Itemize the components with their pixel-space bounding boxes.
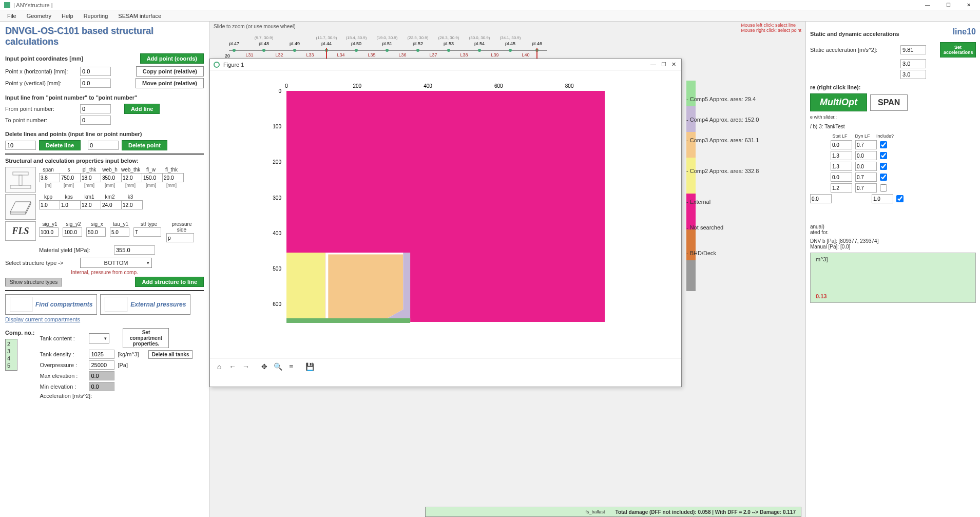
maximize-button[interactable]: ☐ <box>941 1 955 10</box>
svg-point-14 <box>355 49 358 52</box>
legend-item: - BHD/Deck <box>686 250 799 256</box>
right-panel: Static and dynamic accelerations line10 … <box>805 22 980 517</box>
delete-line-input[interactable] <box>5 141 36 150</box>
legend-item: - Comp3 Approx. area: 631.1 <box>686 137 799 143</box>
menu-sesam[interactable]: SESAM interface <box>114 12 165 20</box>
chart-legend: - Comp5 Approx. area: 29.4- Comp4 Approx… <box>686 91 799 266</box>
configure-icon[interactable]: ≡ <box>285 360 297 373</box>
svg-text:pt.50: pt.50 <box>351 41 361 46</box>
svg-text:L31: L31 <box>245 52 253 58</box>
fig-close[interactable]: ✕ <box>671 61 676 68</box>
prop-span[interactable] <box>39 173 61 182</box>
zoom-icon[interactable]: 🔍 <box>272 360 284 373</box>
geometry-ruler[interactable]: pt.47pt.48(9.7, 30.9)pt.49pt.44(11.7, 30… <box>219 30 801 61</box>
svg-text:800: 800 <box>565 83 574 89</box>
multiopt-button[interactable]: MultiOpt <box>810 93 867 111</box>
y-label: Point y (vertical) [mm]: <box>5 80 77 86</box>
prop-km2[interactable] <box>101 200 122 209</box>
prop-web_thk[interactable] <box>121 173 143 182</box>
svg-text:L38: L38 <box>460 52 468 58</box>
back-icon[interactable]: ← <box>226 360 239 373</box>
figure-titlebar[interactable]: Figure 1 — ☐ ✕ <box>210 59 681 70</box>
move-point-button[interactable]: Move point (relative) <box>136 78 204 88</box>
delete-line-button[interactable]: Delete line <box>39 140 81 150</box>
prop-stf type[interactable] <box>133 227 161 237</box>
span-button[interactable]: SPAN <box>870 94 908 111</box>
prop-sig_x[interactable] <box>86 227 106 237</box>
legend-item: - Comp2 Approx. area: 332.8 <box>686 168 799 174</box>
menu-reporting[interactable]: Reporting <box>80 12 112 20</box>
external-pressures-button[interactable]: External pressures <box>100 294 190 315</box>
delete-point-input[interactable] <box>88 141 119 150</box>
min-el-label: Min elevation : <box>40 384 86 390</box>
display-compartments-link[interactable]: Display current compartments <box>5 316 204 322</box>
tank-note: / b) 3: TankTest <box>810 124 976 129</box>
prop-pl_thk[interactable] <box>80 173 102 182</box>
pan-icon[interactable]: ✥ <box>258 360 271 373</box>
menubar: File Geometry Help Reporting SESAM inter… <box>0 10 980 22</box>
prop-tau_y1[interactable] <box>110 227 129 237</box>
svg-marker-62 <box>328 254 403 318</box>
yield-input[interactable] <box>114 245 155 255</box>
prop-fl_w[interactable] <box>142 173 163 182</box>
pressure-note: Internal, pressure from comp. <box>5 270 204 275</box>
set-comp-props-button[interactable]: Set compartment properties. <box>123 328 169 348</box>
from-point-input[interactable] <box>80 104 111 113</box>
delete-tanks-button[interactable]: Delete all tanks <box>148 350 193 359</box>
point-y-input[interactable] <box>80 79 111 88</box>
density-label: Tank density : <box>40 351 86 357</box>
figure-window: Figure 1 — ☐ ✕ 0200400600800010020030040… <box>209 59 682 387</box>
density-input[interactable] <box>89 350 114 359</box>
app-icon <box>4 2 10 8</box>
save-icon[interactable]: 💾 <box>303 360 316 373</box>
svg-text:L32: L32 <box>275 52 283 58</box>
static-accel-input[interactable] <box>900 45 926 54</box>
prop-km1[interactable] <box>80 200 102 209</box>
right-click-label: re (right click line): <box>810 84 976 90</box>
svg-text:pt.53: pt.53 <box>444 41 454 46</box>
fig-minimize[interactable]: — <box>650 61 656 68</box>
dyn-accel-1[interactable] <box>900 59 926 68</box>
add-structure-button[interactable]: Add structure to line <box>135 277 204 287</box>
copy-point-button[interactable]: Copy point (relative) <box>136 66 204 76</box>
prop-s[interactable] <box>60 173 81 182</box>
prop-kpp[interactable] <box>39 200 61 209</box>
add-line-button[interactable]: Add line <box>124 104 160 114</box>
prop-fl_thk[interactable] <box>162 173 184 182</box>
fig-maximize[interactable]: ☐ <box>661 61 666 68</box>
show-types-button[interactable]: Show structure types <box>5 278 62 286</box>
title-text: | ANYstructure | <box>13 2 920 8</box>
minimize-button[interactable]: — <box>920 1 935 10</box>
prop-pressure side[interactable] <box>166 233 194 242</box>
tank-content-select[interactable]: ▾ <box>89 333 109 343</box>
chart-area[interactable]: 02004006008000100200300400500600 - Comp5… <box>210 70 681 358</box>
menu-geometry[interactable]: Geometry <box>23 12 55 20</box>
forward-icon[interactable]: → <box>240 360 252 373</box>
point-x-input[interactable] <box>80 67 111 76</box>
find-compartments-button[interactable]: Find compartments <box>5 294 97 315</box>
max-elevation-field <box>89 371 114 380</box>
prop-sig_y2[interactable] <box>63 227 82 237</box>
svg-text:0: 0 <box>285 83 288 89</box>
svg-point-29 <box>509 49 512 52</box>
to-point-input[interactable] <box>80 116 111 125</box>
prop-sig_y1[interactable] <box>39 227 59 237</box>
delete-point-button[interactable]: Delete point <box>122 140 167 150</box>
svg-text:(11.7, 30.9): (11.7, 30.9) <box>316 35 337 40</box>
add-point-button[interactable]: Add point (coords) <box>140 53 204 64</box>
home-icon[interactable]: ⌂ <box>213 360 225 373</box>
overpressure-input[interactable] <box>89 360 114 370</box>
header-title: DNVGL-OS-C101 based structural calculati… <box>5 26 204 47</box>
prop-k3[interactable] <box>121 200 143 209</box>
compartment-list[interactable]: 2345 <box>5 339 17 371</box>
close-button[interactable]: ✕ <box>962 1 976 10</box>
svg-text:(34.1, 30.9): (34.1, 30.9) <box>500 35 521 40</box>
menu-help[interactable]: Help <box>57 12 78 20</box>
menu-file[interactable]: File <box>3 12 21 20</box>
structure-type-select[interactable]: BOTTOM ▾ <box>80 258 152 268</box>
mpl-toolbar: ⌂ ← → ✥ 🔍 ≡ 💾 <box>210 358 681 374</box>
prop-web_h[interactable] <box>101 173 122 182</box>
set-accel-button[interactable]: Set accelerations <box>940 42 976 58</box>
dyn-accel-2[interactable] <box>900 70 926 79</box>
prop-kps[interactable] <box>60 200 81 209</box>
